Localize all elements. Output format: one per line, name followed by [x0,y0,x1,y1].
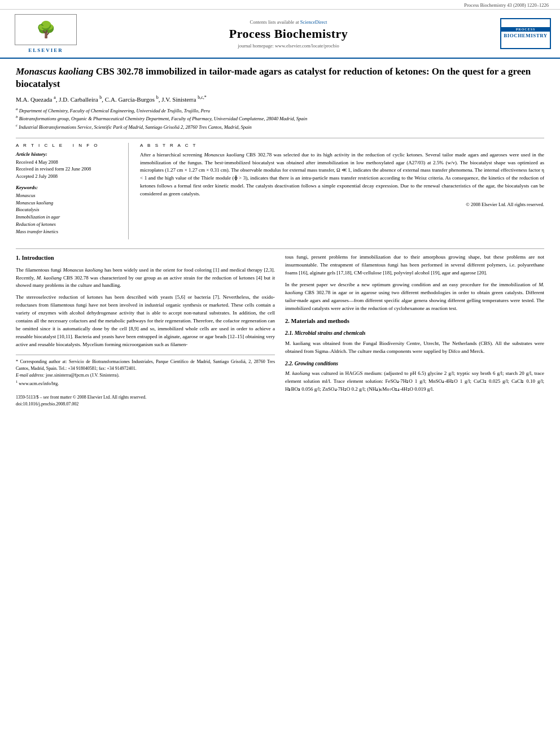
affiliation-c: c Industrial Biotransformations Service,… [16,123,544,131]
pb-logo-top: PROCESS [501,27,550,32]
affiliations: a Department of Chemistry, Faculty of Ch… [16,106,544,131]
intro-para-3: tous fungi, present problems for immobil… [285,254,544,277]
body-col-left: 1. Introduction The filamentous fungi Mo… [16,254,275,407]
journal-header: 🌳 ELSEVIER Contents lists available at S… [0,10,560,59]
elsevier-logo-box: 🌳 [15,14,77,45]
journal-homepage: journal homepage: www.elsevier.com/locat… [88,43,489,49]
keyword-1: Monascus [16,192,120,199]
body-text: 1. Introduction The filamentous fungi Mo… [16,254,544,407]
copyright: © 2008 Elsevier Ltd. All rights reserved… [140,202,544,207]
journal-reference: Process Biochemistry 43 (2008) 1220–1226 [0,0,560,10]
footnote-area: * Corresponding author at: Servicio de B… [16,355,275,408]
intro-para-2: The stereoselective reduction of ketones… [16,294,275,349]
affiliation-b: b Biotransformations group, Organic & Ph… [16,114,544,123]
section2-heading: 2. Materials and methods [285,317,544,326]
divider-1 [16,138,544,138]
footnote-doi: doi:10.1016/j.procbio.2008.07.002 [16,401,275,408]
article-history-title: Article history: [16,151,120,157]
elsevier-logo: 🌳 ELSEVIER [9,14,82,53]
growing-text: M. kaoliang was cultured in HAGGS medium… [285,370,544,394]
article-info-abstract: A R T I C L E I N F O Article history: R… [16,143,544,240]
section2-2-heading: 2.2. Growing conditions [285,360,544,368]
keyword-4: Immobilization in agar [16,213,120,221]
received-date-1: Received 4 May 2008 [16,159,120,166]
article-title-rest: CBS 302.78 immobilized in tailor-made ag… [16,66,531,89]
footnote-email: E-mail address: jose.sinisterra@fpcm.es … [16,372,275,379]
footnote-issn: 1359-5113/$ – see front matter © 2008 El… [16,394,275,401]
journal-title-block: Contents lists available at ScienceDirec… [82,19,495,49]
main-content: Monascus kaoliang CBS 302.78 immobilized… [0,59,560,419]
pb-logo-box: PROCESS BIOCHEMISTRY [500,18,551,49]
keywords-title: Keywords: [16,185,120,190]
affiliation-a: a Department of Chemistry, Faculty of Ch… [16,106,544,115]
footnote-url: 1 www.ucm.es/info/btg. [16,379,275,387]
keyword-5: Reduction of ketones [16,221,120,228]
section2-1-heading: 2.1. Microbial strains and chemicals [285,329,544,338]
abstract-label: A B S T R A C T [140,143,544,148]
keyword-3: Biocatalysis [16,206,120,213]
footnote-corresponding: * Corresponding author at: Servicio de B… [16,359,275,372]
divider-2 [16,248,544,249]
keyword-6: Mass transfer kinetics [16,228,120,235]
intro-para-1: The filamentous fungi Monascus kaoliang … [16,267,275,290]
abstract-text: After a hierarchical screening Monascus … [140,151,544,199]
microbial-text: M. kaoliang was obtained from the Fungal… [285,340,544,356]
article-info-label: A R T I C L E I N F O [16,143,120,148]
elsevier-text: ELSEVIER [28,47,63,53]
keywords-list: Monascus Monascus kaoliang Biocatalysis … [16,192,120,235]
pb-logo: PROCESS BIOCHEMISTRY [495,18,551,49]
elsevier-tree-icon: 🌳 [36,22,56,38]
article-title: Monascus kaoliang CBS 302.78 immobilized… [16,65,544,90]
article-title-italic: Monascus kaoliang [16,66,93,77]
section1-heading: 1. Introduction [16,254,275,263]
keyword-2: Monascus kaoliang [16,199,120,207]
article-info: A R T I C L E I N F O Article history: R… [16,143,129,240]
authors: M.A. Quezada a, J.D. Carballeira b, C.A.… [16,95,544,103]
article-history: Received 4 May 2008 Received in revised … [16,159,120,180]
body-col-right: tous fungi, present problems for immobil… [285,254,544,407]
journal-title: Process Biochemistry [88,27,489,41]
publisher-logo: 🌳 ELSEVIER [9,14,82,53]
intro-para-4: In the present paper we describe a new o… [285,281,544,313]
sciencedirect-link[interactable]: ScienceDirect [300,19,327,25]
pb-logo-main: BIOCHEMISTRY [502,32,549,41]
received-date-2: Received in revised form 22 June 2008 [16,165,120,173]
accepted-date: Accepted 2 July 2008 [16,173,120,180]
abstract: A B S T R A C T After a hierarchical scr… [140,143,544,240]
sciencedirect-line: Contents lists available at ScienceDirec… [88,19,489,25]
